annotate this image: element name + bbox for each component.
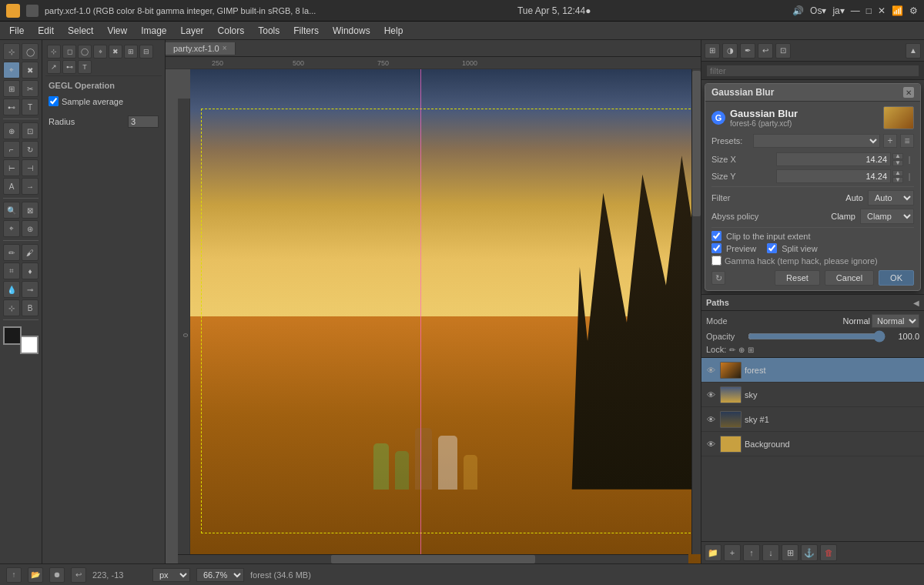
rp-icon-layers[interactable]: ⊞: [705, 43, 720, 58]
tool-paintbrush[interactable]: 🖌: [22, 244, 38, 261]
tool-scissors[interactable]: ✂: [22, 80, 38, 97]
split-view-checkbox[interactable]: [767, 243, 777, 253]
tool-color-picker[interactable]: ⊛: [22, 220, 38, 237]
filter-dropdown[interactable]: Auto: [868, 190, 914, 206]
size-x-input[interactable]: [776, 152, 891, 166]
tool-zoom[interactable]: 🔍: [3, 202, 20, 219]
filter-search-input[interactable]: [706, 65, 919, 77]
layer-item-sky[interactable]: 👁 sky: [701, 383, 924, 407]
tool-paths[interactable]: ⊷: [3, 99, 20, 115]
tool-opt-icon-1[interactable]: ⊹: [47, 45, 61, 58]
settings-icon[interactable]: ⚙: [909, 5, 918, 16]
tool-opt-icon-2[interactable]: ◻: [62, 45, 76, 58]
duplicate-layer-btn[interactable]: ⊞: [782, 544, 798, 561]
status-record-btn[interactable]: ⏺: [49, 567, 65, 583]
maximize-btn[interactable]: □: [866, 5, 872, 16]
tool-by-color[interactable]: ⊞: [3, 80, 20, 97]
status-open-btn[interactable]: 📂: [28, 567, 43, 583]
canvas-inner[interactable]: 0: [178, 69, 701, 563]
tool-heal[interactable]: ⊹: [3, 299, 20, 316]
tool-flip[interactable]: →: [22, 178, 38, 195]
size-y-up[interactable]: ▲: [892, 170, 903, 176]
ok-button[interactable]: OK: [879, 270, 914, 286]
layer-visibility-sky1[interactable]: 👁: [705, 413, 717, 426]
new-layer-group-btn[interactable]: 📁: [705, 544, 721, 561]
tool-fuzzy-select[interactable]: ✖: [22, 62, 38, 79]
gamma-checkbox[interactable]: [711, 256, 721, 266]
tool-ink[interactable]: 💧: [3, 281, 20, 298]
rp-icon-paths[interactable]: ✒: [740, 43, 755, 58]
tool-pencil[interactable]: ✏: [3, 244, 20, 261]
tool-opt-icon-9[interactable]: ⊷: [62, 60, 76, 74]
menu-help[interactable]: Help: [378, 24, 410, 38]
size-x-up[interactable]: ▲: [892, 153, 903, 159]
menu-image[interactable]: Image: [135, 24, 172, 38]
volume-icon[interactable]: 🔊: [792, 5, 804, 16]
menu-filters[interactable]: Filters: [287, 24, 325, 38]
scrollbar-vertical[interactable]: [691, 69, 701, 554]
refresh-button[interactable]: ↻: [711, 271, 725, 285]
foreground-color-swatch[interactable]: [3, 326, 22, 345]
zoom-selector[interactable]: 66.7% 100% 50%: [196, 568, 244, 582]
menu-colors[interactable]: Colors: [212, 24, 251, 38]
status-undo-btn[interactable]: ↩: [71, 567, 86, 583]
layer-visibility-forest[interactable]: 👁: [705, 364, 717, 376]
canvas-tab-close[interactable]: ×: [223, 44, 227, 52]
tool-shear[interactable]: ⊣: [22, 159, 38, 176]
tool-align[interactable]: ⊡: [22, 122, 38, 139]
layer-item-forest[interactable]: 👁 forest: [701, 358, 924, 383]
tool-dodge[interactable]: B: [22, 299, 38, 316]
preview-checkbox[interactable]: [711, 243, 721, 253]
cancel-button[interactable]: Cancel: [825, 270, 874, 286]
tool-opt-icon-8[interactable]: ↗: [47, 60, 61, 74]
size-y-down[interactable]: ▼: [892, 177, 903, 183]
lock-position-icon[interactable]: ⊕: [738, 346, 745, 354]
minimize-btn[interactable]: —: [851, 5, 860, 16]
layers-header-icon[interactable]: ◀: [913, 299, 919, 307]
menu-layer[interactable]: Layer: [175, 24, 210, 38]
tool-rotate[interactable]: ↻: [22, 141, 38, 158]
menu-windows[interactable]: Windows: [326, 24, 377, 38]
menu-edit[interactable]: Edit: [32, 24, 60, 38]
tool-opt-icon-10[interactable]: T: [78, 60, 92, 74]
anchor-layer-btn[interactable]: ⚓: [801, 544, 818, 561]
radius-input[interactable]: [128, 115, 159, 128]
status-export-btn[interactable]: ↑: [6, 567, 22, 583]
tool-move[interactable]: ⊕: [3, 122, 20, 139]
presets-options-button[interactable]: ≡: [900, 134, 914, 148]
layer-visibility-bg[interactable]: 👁: [705, 438, 717, 450]
rp-icon-channels[interactable]: ◑: [722, 43, 738, 58]
tool-opt-icon-3[interactable]: ◯: [78, 45, 92, 58]
background-color-swatch[interactable]: [20, 336, 38, 354]
scrollbar-v-thumb[interactable]: [692, 71, 701, 216]
lock-alpha-icon[interactable]: ⊞: [748, 346, 754, 354]
new-layer-btn[interactable]: +: [724, 544, 741, 561]
unit-selector[interactable]: px mm in: [152, 568, 190, 582]
size-y-input[interactable]: [776, 169, 891, 183]
presets-select[interactable]: [753, 134, 880, 148]
raise-layer-btn[interactable]: ↑: [743, 544, 760, 561]
tool-ellipse-select[interactable]: ◯: [22, 43, 38, 60]
tool-eyedropper[interactable]: ⌖: [3, 220, 20, 237]
menu-file[interactable]: File: [3, 24, 30, 38]
menu-tools[interactable]: Tools: [252, 24, 286, 38]
tool-opt-icon-5[interactable]: ✖: [109, 45, 122, 58]
dialog-close-button[interactable]: ✕: [903, 87, 914, 98]
tool-crop[interactable]: ⌐: [3, 141, 20, 158]
tool-perspective[interactable]: A: [3, 178, 20, 195]
tool-opt-icon-4[interactable]: ⌖: [93, 45, 107, 58]
scrollbar-h-thumb[interactable]: [331, 555, 535, 563]
lock-pixels-icon[interactable]: ✏: [729, 346, 735, 354]
reset-button[interactable]: Reset: [775, 270, 820, 286]
canvas-tab-party[interactable]: party.xcf-1.0 ×: [166, 42, 236, 55]
opacity-slider[interactable]: [748, 330, 886, 343]
sample-average-checkbox[interactable]: [49, 96, 59, 106]
layer-visibility-sky[interactable]: 👁: [705, 389, 717, 401]
tool-free-select[interactable]: ⌖: [3, 62, 20, 79]
tool-rect-select[interactable]: ⊹: [3, 43, 20, 60]
tool-clone[interactable]: ⊸: [22, 281, 38, 298]
menu-select[interactable]: Select: [62, 24, 99, 38]
layer-item-sky1[interactable]: 👁 sky #1: [701, 407, 924, 432]
tool-eraser[interactable]: ⌗: [3, 262, 20, 279]
lower-layer-btn[interactable]: ↓: [762, 544, 779, 561]
